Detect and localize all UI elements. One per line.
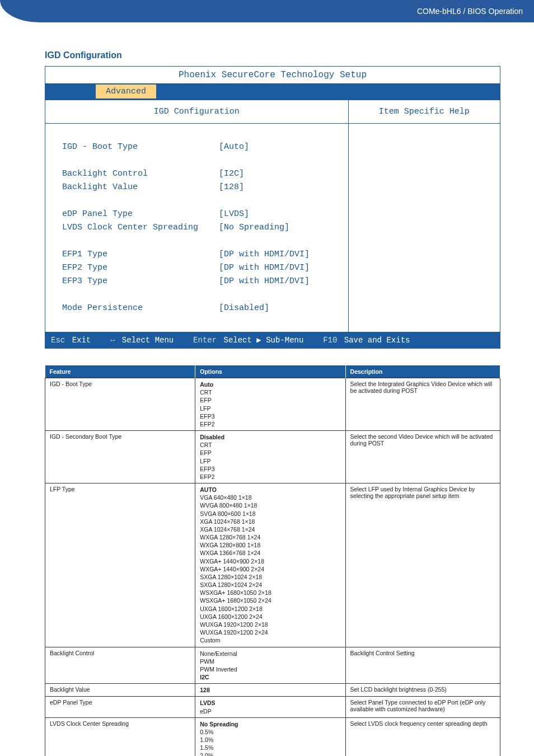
th-feature: Feature [45, 365, 195, 378]
breadcrumb: COMe-bHL6 / BIOS Operation [417, 7, 523, 16]
bios-settings: IGD - Boot Type[Auto]Backlight Control[I… [45, 124, 348, 332]
header-bar: COMe-bHL6 / BIOS Operation [0, 0, 534, 22]
bios-setting-value: [DP with HDMI/DVI] [219, 261, 337, 275]
cell-description: Select the second Video Device which wil… [345, 431, 500, 483]
bios-setting-value: [LVDS] [219, 208, 337, 221]
bios-setting-label: Backlight Value [62, 181, 219, 194]
bios-setting-row: IGD - Boot Type[Auto] [62, 140, 337, 154]
bios-setting-label: Backlight Control [62, 167, 219, 181]
bios-setting-row: LVDS Clock Center Spreading[No Spreading… [62, 221, 337, 234]
table-row: Backlight Value128Set LCD backlight brig… [45, 684, 500, 697]
bios-key-arrows-label: Select Menu [122, 336, 174, 345]
bios-setting-label: eDP Panel Type [62, 208, 219, 221]
bios-setting-value: [Disabled] [219, 302, 337, 315]
bios-key-esc: Esc [51, 336, 65, 345]
table-row: LFP TypeAUTOVGA 640×480 1×18WVGA 800×480… [45, 483, 500, 647]
table-row: IGD - Secondary Boot TypeDisabledCRTEFPL… [45, 431, 500, 483]
bios-help-title: Item Specific Help [349, 100, 500, 124]
cell-feature: LFP Type [45, 483, 195, 647]
bios-panel-title: IGD Configuration [45, 100, 348, 124]
bios-setting-value: [No Spreading] [219, 221, 337, 234]
bios-key-enter-label: Select ▶ Sub-Menu [224, 336, 304, 345]
bios-setting-label: LVDS Clock Center Spreading [62, 221, 219, 234]
cell-feature: IGD - Boot Type [45, 378, 195, 431]
cell-feature: IGD - Secondary Boot Type [45, 431, 195, 483]
bios-setting-label: Mode Persistence [62, 302, 219, 315]
bios-setting-value: [128] [219, 181, 337, 194]
cell-options: LVDSeDP [195, 697, 345, 717]
cell-options: 128 [195, 684, 345, 697]
th-description: Description [345, 365, 500, 378]
cell-feature: Backlight Control [45, 647, 195, 684]
bios-setting-label: EFP3 Type [62, 275, 219, 288]
bios-key-arrows: ↔ [110, 336, 115, 345]
bios-setting-value: [DP with HDMI/DVI] [219, 248, 337, 261]
table-header-row: Feature Options Description [45, 365, 500, 378]
table-row: LVDS Clock Center SpreadingNo Spreading0… [45, 717, 500, 756]
cell-description: Set LCD backlight brightness (0-255) [345, 684, 500, 697]
bios-key-enter: Enter [193, 336, 217, 345]
bios-setting-row: eDP Panel Type[LVDS] [62, 208, 337, 221]
section-title: IGD Configuration [45, 50, 500, 60]
bios-setting-row: Backlight Control[I2C] [62, 167, 337, 181]
cell-description: Backlight Control Setting [345, 647, 500, 684]
bios-title: Phoenix SecureCore Technology Setup [45, 67, 500, 84]
bios-tab-bar: Advanced [45, 84, 500, 100]
bios-setting-value: [Auto] [219, 140, 337, 154]
feature-table: Feature Options Description IGD - Boot T… [45, 365, 500, 756]
cell-description: Select LFP used by Internal Graphics Dev… [345, 483, 500, 647]
cell-description: Select the Integrated Graphics Video Dev… [345, 378, 500, 431]
bios-setting-label: IGD - Boot Type [62, 140, 219, 154]
bios-key-f10: F10 [323, 336, 337, 345]
bios-spacer [62, 234, 337, 248]
bios-footer: Esc Exit ↔ Select Menu Enter Select ▶ Su… [45, 332, 500, 348]
th-options: Options [195, 365, 345, 378]
table-row: IGD - Boot TypeAutoCRTEFPLFPEFP3EFP2Sele… [45, 378, 500, 431]
bios-setting-row: Backlight Value[128] [62, 181, 337, 194]
bios-body: IGD Configuration IGD - Boot Type[Auto]B… [45, 100, 500, 332]
bios-spacer [62, 288, 337, 302]
bios-setting-row: EFP2 Type[DP with HDMI/DVI] [62, 261, 337, 275]
bios-setting-label: EFP1 Type [62, 248, 219, 261]
bios-main-panel: IGD Configuration IGD - Boot Type[Auto]B… [45, 100, 349, 332]
bios-setting-value: [I2C] [219, 167, 337, 181]
bios-setting-label: EFP2 Type [62, 261, 219, 275]
table-row: eDP Panel TypeLVDSeDPSelect Panel Type c… [45, 697, 500, 717]
bios-setting-row: EFP3 Type[DP with HDMI/DVI] [62, 275, 337, 288]
cell-description: Select Panel Type connected to eDP Port … [345, 697, 500, 717]
bios-setting-value: [DP with HDMI/DVI] [219, 275, 337, 288]
bios-spacer [62, 154, 337, 167]
cell-options: None/ExternalPWMPWM InvertedI2C [195, 647, 345, 684]
bios-spacer [62, 194, 337, 208]
cell-options: AUTOVGA 640×480 1×18WVGA 800×480 1×18SVG… [195, 483, 345, 647]
cell-feature: LVDS Clock Center Spreading [45, 717, 195, 756]
bios-help-panel: Item Specific Help [349, 100, 500, 332]
bios-key-esc-label: Exit [72, 336, 91, 345]
cell-description: Select LVDS clock frequency center sprea… [345, 717, 500, 756]
bios-tab-advanced: Advanced [96, 84, 156, 98]
bios-setting-row: Mode Persistence[Disabled] [62, 302, 337, 315]
cell-feature: eDP Panel Type [45, 697, 195, 717]
cell-options: No Spreading0.5%1.0%1.5%2.0%2.5% [195, 717, 345, 756]
bios-screenshot: Phoenix SecureCore Technology Setup Adva… [45, 66, 500, 349]
cell-feature: Backlight Value [45, 684, 195, 697]
cell-options: DisabledCRTEFPLFPEFP3EFP2 [195, 431, 345, 483]
content: IGD Configuration Phoenix SecureCore Tec… [0, 22, 534, 756]
cell-options: AutoCRTEFPLFPEFP3EFP2 [195, 378, 345, 431]
table-row: Backlight ControlNone/ExternalPWMPWM Inv… [45, 647, 500, 684]
bios-key-f10-label: Save and Exits [344, 336, 410, 345]
bios-setting-row: EFP1 Type[DP with HDMI/DVI] [62, 248, 337, 261]
